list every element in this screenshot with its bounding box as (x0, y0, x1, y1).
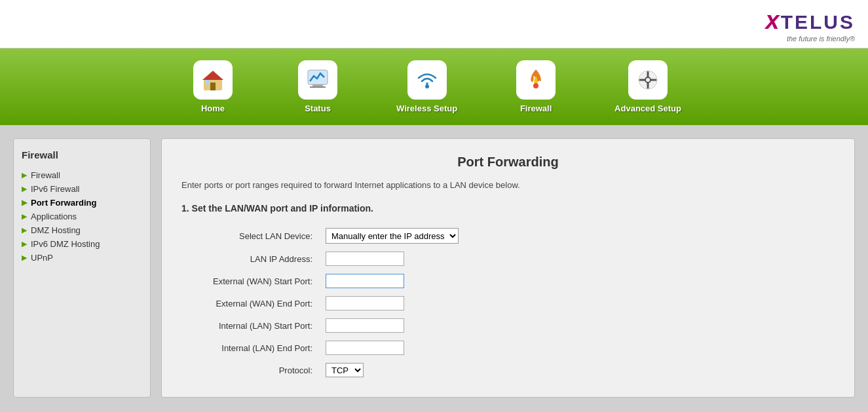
nav-home[interactable]: Home (160, 55, 265, 119)
nav-wireless[interactable]: Wireless Setup (370, 55, 483, 119)
wan-end-input[interactable] (326, 296, 404, 310)
arrow-icon-4: ▶ (22, 212, 27, 221)
lan-end-row: Internal (LAN) End Port: (188, 337, 465, 359)
lan-ip-input[interactable] (326, 252, 404, 266)
svg-rect-2 (210, 83, 216, 90)
sidebar-link-portforwarding[interactable]: Port Forwarding (31, 198, 96, 208)
port-forwarding-form: Select LAN Device: Manually enter the IP… (188, 224, 465, 381)
wan-start-row: External (WAN) Start Port: (188, 270, 465, 292)
lan-end-input[interactable] (326, 341, 404, 355)
logo-area: x TELUS the future is friendly® (766, 7, 855, 43)
arrow-icon-5: ▶ (22, 226, 27, 234)
nav-wireless-label: Wireless Setup (396, 103, 457, 113)
sidebar-link-upnp[interactable]: UPnP (31, 253, 53, 263)
sidebar-item-applications[interactable]: ▶ Applications (22, 210, 142, 223)
logo-x-icon: x (766, 7, 780, 35)
lan-end-label: Internal (LAN) End Port: (188, 337, 319, 359)
sidebar-item-ipv6firewall[interactable]: ▶ IPv6 Firewall (22, 182, 142, 196)
home-icon (193, 60, 233, 100)
section-heading: 1. Set the LAN/WAN port and IP informati… (181, 203, 835, 214)
arrow-icon-6: ▶ (22, 240, 27, 248)
protocol-label: Protocol: (188, 359, 319, 381)
firewall-icon (516, 60, 556, 100)
nav-firewall-label: Firewall (520, 103, 552, 113)
lan-start-input[interactable] (326, 318, 404, 333)
nav-status[interactable]: Status (265, 55, 370, 119)
wan-start-label: External (WAN) Start Port: (188, 270, 319, 292)
lan-ip-row: LAN IP Address: (188, 248, 465, 270)
content-panel: Port Forwarding Enter ports or port rang… (161, 138, 855, 398)
protocol-row: Protocol: TCP UDP Both (188, 359, 465, 381)
header: x TELUS the future is friendly® (0, 0, 868, 48)
navbar: Home Status Wireless Setup (0, 48, 868, 125)
lan-start-label: Internal (LAN) Start Port: (188, 314, 319, 337)
sidebar-item-dmzhosting[interactable]: ▶ DMZ Hosting (22, 223, 142, 237)
sidebar-link-ipv6dmz[interactable]: IPv6 DMZ Hosting (31, 239, 100, 249)
svg-point-8 (533, 83, 538, 88)
sidebar-link-firewall[interactable]: Firewall (31, 170, 60, 180)
nav-firewall[interactable]: Firewall (483, 55, 588, 119)
arrow-icon-3: ▶ (22, 198, 27, 207)
advanced-icon (628, 60, 668, 100)
sidebar: Firewall ▶ Firewall ▶ IPv6 Firewall ▶ Po… (13, 138, 151, 398)
sidebar-link-ipv6firewall[interactable]: IPv6 Firewall (31, 184, 79, 194)
arrow-icon-2: ▶ (22, 185, 27, 193)
main-content: Firewall ▶ Firewall ▶ IPv6 Firewall ▶ Po… (0, 125, 868, 411)
wan-end-label: External (WAN) End Port: (188, 292, 319, 314)
status-icon (298, 60, 337, 100)
svg-rect-3 (205, 80, 210, 84)
lan-ip-label: LAN IP Address: (188, 248, 319, 270)
svg-rect-5 (312, 84, 323, 86)
sidebar-item-ipv6dmz[interactable]: ▶ IPv6 DMZ Hosting (22, 237, 142, 251)
sidebar-item-portforwarding[interactable]: ▶ Port Forwarding (22, 196, 142, 210)
svg-point-15 (646, 78, 650, 82)
wireless-icon (407, 60, 447, 100)
nav-advanced-label: Advanced Setup (614, 103, 681, 113)
sidebar-link-applications[interactable]: Applications (31, 212, 77, 221)
nav-home-label: Home (201, 103, 225, 113)
lan-start-row: Internal (LAN) Start Port: (188, 314, 465, 337)
select-lan-label: Select LAN Device: (188, 224, 319, 248)
logo-text: TELUS (781, 11, 855, 33)
sidebar-link-dmzhosting[interactable]: DMZ Hosting (31, 225, 81, 235)
svg-rect-6 (310, 86, 326, 88)
svg-point-7 (425, 84, 429, 88)
tagline: the future is friendly® (787, 35, 855, 43)
nav-advanced[interactable]: Advanced Setup (588, 55, 708, 119)
sidebar-item-upnp[interactable]: ▶ UPnP (22, 251, 142, 265)
svg-marker-1 (202, 71, 223, 80)
sidebar-title: Firewall (22, 149, 142, 160)
nav-status-label: Status (305, 103, 331, 113)
panel-description: Enter ports or port ranges required to f… (181, 180, 835, 190)
wan-start-input[interactable] (326, 274, 404, 288)
select-lan-device[interactable]: Manually enter the IP address (326, 228, 459, 244)
select-lan-row: Select LAN Device: Manually enter the IP… (188, 224, 465, 248)
sidebar-item-firewall[interactable]: ▶ Firewall (22, 168, 142, 182)
arrow-icon: ▶ (22, 171, 27, 179)
protocol-select[interactable]: TCP UDP Both (326, 363, 364, 377)
panel-title: Port Forwarding (181, 155, 835, 170)
wan-end-row: External (WAN) End Port: (188, 292, 465, 314)
arrow-icon-7: ▶ (22, 253, 27, 262)
